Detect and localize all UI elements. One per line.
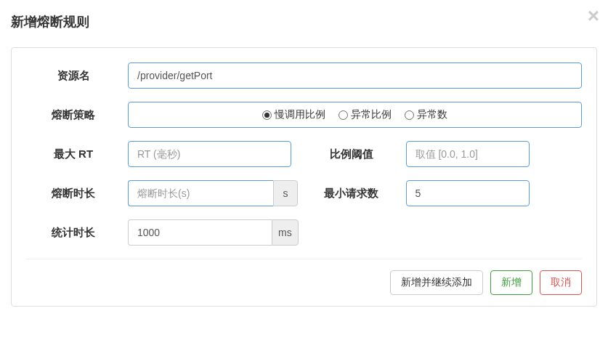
- modal-footer: 新增并继续添加 新增 取消: [26, 270, 582, 295]
- radio-error-count[interactable]: 异常数: [405, 108, 447, 121]
- input-time-window[interactable]: [128, 180, 273, 206]
- label-time-window: 熔断时长: [26, 187, 121, 201]
- label-resource: 资源名: [26, 69, 121, 83]
- radio-dot-icon: [339, 110, 348, 120]
- label-strategy: 熔断策略: [26, 108, 121, 122]
- label-threshold: 比例阈值: [304, 147, 399, 161]
- close-icon[interactable]: ×: [588, 6, 599, 26]
- input-max-rt[interactable]: [128, 141, 291, 167]
- input-stat-interval[interactable]: [128, 219, 272, 246]
- row-stat-interval: 统计时长 ms: [26, 219, 582, 246]
- input-resource[interactable]: [128, 62, 582, 89]
- radio-slow-call[interactable]: 慢调用比例: [262, 108, 325, 121]
- label-stat-interval: 统计时长: [26, 226, 121, 240]
- input-min-request[interactable]: [406, 180, 530, 206]
- row-resource: 资源名: [26, 62, 582, 89]
- modal-header: 新增熔断规则: [0, 0, 608, 36]
- row-strategy: 熔断策略 慢调用比例 异常比例 异常数: [26, 102, 582, 128]
- radio-error-ratio-label: 异常比例: [351, 108, 392, 121]
- radio-dot-icon: [405, 110, 414, 120]
- add-continue-button[interactable]: 新增并继续添加: [390, 270, 483, 295]
- row-window-minreq: 熔断时长 s 最小请求数: [26, 180, 582, 206]
- radio-dot-icon: [262, 110, 272, 120]
- strategy-radio-group: 慢调用比例 异常比例 异常数: [128, 102, 582, 128]
- row-rt-threshold: 最大 RT 比例阈值: [26, 141, 582, 167]
- modal-title: 新增熔断规则: [11, 13, 597, 31]
- label-max-rt: 最大 RT: [26, 147, 121, 161]
- radio-slow-label: 慢调用比例: [275, 108, 325, 121]
- label-min-request: 最小请求数: [304, 187, 399, 201]
- unit-seconds: s: [273, 180, 298, 206]
- add-button[interactable]: 新增: [490, 270, 532, 295]
- input-threshold[interactable]: [406, 141, 530, 167]
- cancel-button[interactable]: 取消: [540, 270, 582, 295]
- radio-error-count-label: 异常数: [417, 108, 447, 121]
- unit-ms: ms: [272, 219, 299, 246]
- radio-error-ratio[interactable]: 异常比例: [339, 108, 392, 121]
- form-panel: 资源名 熔断策略 慢调用比例 异常比例 异常数 最大 RT: [11, 47, 597, 307]
- divider: [26, 259, 582, 259]
